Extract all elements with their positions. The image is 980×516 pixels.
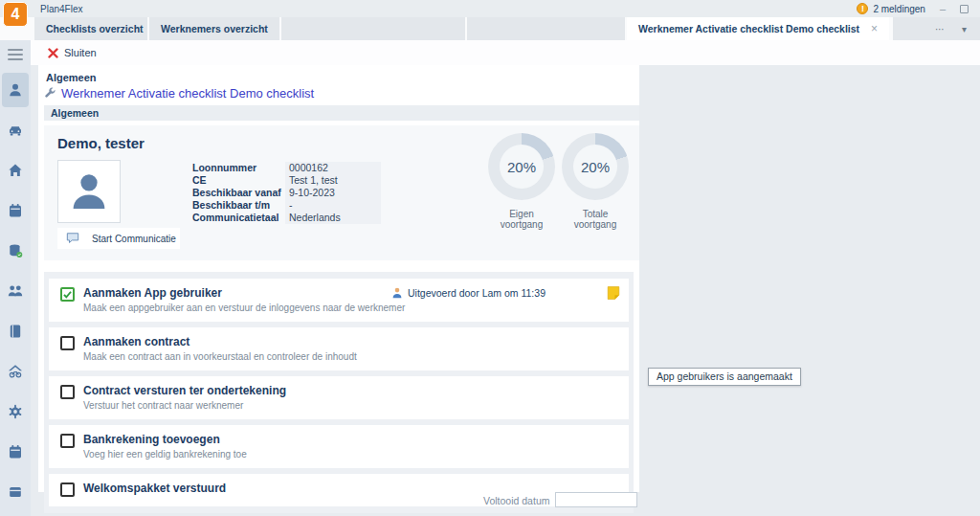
checkbox[interactable] bbox=[60, 434, 75, 448]
check-icon bbox=[62, 289, 73, 300]
tab-werknemer-activatie-checklist[interactable]: Werknemer Activatie checklist Demo check… bbox=[627, 17, 889, 40]
minimize-button[interactable]: – bbox=[940, 4, 946, 14]
tab-empty[interactable] bbox=[281, 17, 465, 40]
donut-label: Totale voortgang bbox=[561, 209, 630, 230]
home-icon bbox=[8, 163, 23, 178]
donut-ring: 20% bbox=[562, 133, 629, 200]
checklist-item-title[interactable]: Welkomspakket verstuurd bbox=[83, 482, 226, 495]
sidebar-item-calendar[interactable] bbox=[0, 191, 31, 231]
note-icon[interactable] bbox=[606, 285, 621, 301]
sidebar-item-database[interactable] bbox=[0, 231, 31, 271]
section-label: Algemeen bbox=[46, 72, 639, 83]
notifications-badge[interactable]: ! 2 meldingen bbox=[857, 3, 924, 14]
progress-charts: 20%Eigen voortgang20%Totale voortgang bbox=[487, 133, 630, 230]
book-icon bbox=[8, 324, 23, 339]
checklist-item: Aanmaken contractMaak een contract aan i… bbox=[49, 327, 629, 370]
sidebar-item-car[interactable] bbox=[0, 110, 31, 150]
avatar bbox=[57, 160, 121, 223]
sidebar-item-home-transport[interactable] bbox=[0, 351, 31, 392]
progress-donut: 20%Totale voortgang bbox=[561, 133, 630, 230]
detail-label: Loonnummer bbox=[192, 162, 285, 174]
sidebar-nav bbox=[0, 70, 31, 512]
toolbar: Sluiten bbox=[31, 40, 980, 65]
close-button-label: Sluiten bbox=[64, 47, 97, 58]
donut-ring: 20% bbox=[488, 133, 555, 200]
plan4flex-logo: 4 bbox=[3, 2, 28, 27]
completed-date-label: Voltooid datum bbox=[483, 495, 549, 506]
checklist-panel: Algemeen Werknemer Activatie checklist D… bbox=[38, 65, 639, 492]
sidebar-item-user[interactable] bbox=[2, 73, 29, 107]
detail-label: CE bbox=[192, 174, 285, 187]
detail-value: - bbox=[285, 199, 381, 212]
checkbox[interactable] bbox=[60, 482, 75, 497]
progress-donut: 20%Eigen voortgang bbox=[487, 133, 556, 230]
warning-icon: ! bbox=[857, 3, 868, 14]
detail-label: Beschikbaar vanaf bbox=[192, 187, 285, 199]
tab-close-icon[interactable]: × bbox=[871, 23, 878, 34]
close-x-icon bbox=[48, 48, 58, 58]
database-icon bbox=[8, 243, 23, 258]
active-tab-label: Werknemer Activatie checklist Demo check… bbox=[638, 23, 859, 34]
sidebar-item-users[interactable] bbox=[0, 271, 31, 311]
tab-empty[interactable] bbox=[467, 17, 625, 40]
wallet-icon bbox=[8, 484, 23, 500]
maximize-button[interactable] bbox=[960, 5, 969, 13]
window-title: Plan4Flex bbox=[40, 4, 82, 14]
checklist: Aanmaken App gebruikerMaak een appgebrui… bbox=[44, 272, 634, 513]
detail-row: CommunicatietaalNederlands bbox=[192, 212, 381, 224]
tab-werknemers-overzicht[interactable]: Werknemers overzicht bbox=[149, 17, 279, 40]
detail-value: 0000162 bbox=[285, 162, 381, 174]
page-area: Algemeen Werknemer Activatie checklist D… bbox=[31, 65, 980, 516]
checklist-item-subtitle: Maak een contract aan in voorkeurstaal e… bbox=[83, 351, 357, 362]
page-title: Werknemer Activatie checklist Demo check… bbox=[61, 86, 314, 101]
tab-dropdown-button[interactable]: ▾ bbox=[962, 24, 967, 34]
checklist-item-subtitle: Verstuur het contract naar werknemer bbox=[83, 400, 286, 411]
gear-icon bbox=[8, 404, 23, 419]
sidebar-item-home[interactable] bbox=[0, 150, 31, 191]
sidebar-item-book[interactable] bbox=[0, 311, 31, 351]
main-content: Sluiten Algemeen Werknemer Activatie che… bbox=[31, 40, 980, 516]
checklist-item: Contract versturen ter ondertekeningVers… bbox=[49, 376, 629, 419]
donut-percent: 20% bbox=[488, 133, 555, 200]
hamburger-menu-icon[interactable] bbox=[8, 49, 23, 60]
checklist-item-subtitle: Maak een appgebruiker aan en verstuur de… bbox=[83, 303, 405, 313]
sidebar bbox=[0, 40, 31, 516]
checklist-item-title[interactable]: Aanmaken App gebruiker bbox=[83, 286, 405, 300]
tab-bar: Checklists overzichtWerknemers overzicht… bbox=[0, 17, 980, 40]
calendar-icon bbox=[8, 203, 23, 218]
tab-overflow-button[interactable]: ⋯ bbox=[935, 24, 945, 34]
start-communication-button[interactable]: Start Communicatie bbox=[57, 228, 180, 249]
checklist-item-title[interactable]: Bankrekening toevoegen bbox=[83, 433, 247, 446]
employee-details: Loonnummer0000162CETest 1, testBeschikba… bbox=[192, 160, 381, 249]
speech-bubble-icon bbox=[66, 232, 79, 245]
detail-row: Loonnummer0000162 bbox=[192, 162, 381, 174]
sidebar-item-wallet[interactable] bbox=[0, 472, 31, 512]
checklist-item-subtitle: Voeg hier een geldig bankrekening toe bbox=[83, 449, 247, 460]
group-header: Algemeen bbox=[44, 105, 639, 121]
detail-row: Beschikbaar t/m- bbox=[192, 199, 381, 212]
wrench-icon bbox=[44, 87, 56, 100]
sidebar-item-gear[interactable] bbox=[0, 392, 31, 432]
car-icon bbox=[8, 123, 23, 138]
detail-label: Beschikbaar t/m bbox=[192, 199, 285, 212]
detail-value: Test 1, test bbox=[285, 174, 381, 187]
executed-by: Uitgevoerd door Lam om 11:39 bbox=[391, 287, 546, 299]
detail-label: Communicatietaal bbox=[192, 212, 285, 224]
donut-label: Eigen voortgang bbox=[487, 209, 556, 230]
app-window: 4 Plan4Flex ! 2 meldingen – Checklists o… bbox=[0, 0, 980, 516]
detail-row: CETest 1, test bbox=[192, 174, 381, 187]
checkbox[interactable] bbox=[60, 336, 75, 350]
checkbox[interactable] bbox=[60, 287, 75, 302]
user-icon bbox=[8, 82, 23, 98]
checklist-title-link[interactable]: Werknemer Activatie checklist Demo check… bbox=[44, 86, 639, 101]
checklist-item-title[interactable]: Aanmaken contract bbox=[83, 335, 357, 348]
checkbox[interactable] bbox=[60, 385, 75, 399]
close-button[interactable]: Sluiten bbox=[48, 47, 97, 58]
voltooid-datum-input[interactable] bbox=[555, 492, 637, 507]
tab-checklists-overzicht[interactable]: Checklists overzicht bbox=[34, 17, 147, 40]
detail-value: Nederlands bbox=[285, 212, 381, 224]
checklist-item-title[interactable]: Contract versturen ter ondertekening bbox=[83, 384, 286, 397]
calendar-icon bbox=[8, 444, 23, 460]
person-silhouette-icon bbox=[67, 169, 111, 213]
sidebar-item-calendar[interactable] bbox=[0, 432, 31, 472]
